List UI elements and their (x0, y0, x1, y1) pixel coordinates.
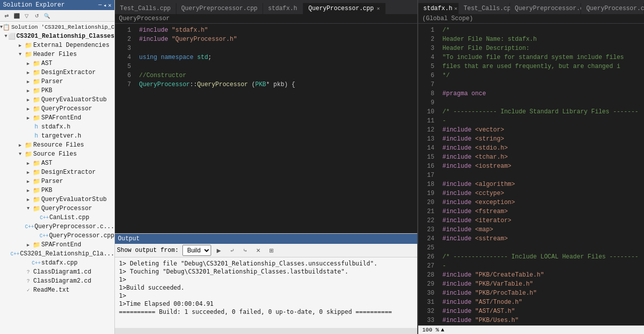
output-scrollbar[interactable] (115, 328, 417, 334)
zoom-arrow-icon[interactable]: ▲ (441, 327, 444, 333)
tree-sf-qes[interactable]: ▶ 📁 QueryEvaluatorStub (0, 195, 114, 204)
project-label: CS3201_Relationship_Classes (17, 33, 114, 40)
sf-pkb-expand: ▶ (24, 188, 32, 193)
se-search-btn[interactable]: 🔍 (42, 11, 51, 20)
folder-icon: 📁 (32, 105, 40, 113)
tree-sf-qp[interactable]: ▼ 📁 QueryProcessor (0, 204, 114, 213)
solution-explorer: Solution Explorer ─ ◂ ✕ ⇄ ⬛ ▽ ↺ 🔍 ▼ 📋 So… (0, 0, 115, 334)
hf-pkb-label: PKB (41, 87, 52, 94)
hf-de-expand: ▶ (24, 70, 32, 76)
sf-parser-label: Parser (41, 178, 63, 185)
tree-sf-cs3201[interactable]: C++ CS3201_Relationship_Cla... (0, 249, 114, 258)
folder-icon: 📁 (32, 78, 40, 86)
right-lines[interactable]: /* Header File Name: stdafx.h Header Fil… (438, 24, 644, 325)
tab-test-calls[interactable]: Test_Calls.cpp (115, 3, 176, 14)
sf-qp-expand: ▼ (24, 206, 32, 211)
se-sync-btn[interactable]: ⇄ (2, 11, 11, 20)
output-btn2[interactable]: ⤶ (226, 245, 237, 256)
right-tab-test-calls[interactable]: Test_Calls.cpp (459, 3, 510, 14)
se-props-btn[interactable]: ⬛ (12, 11, 21, 20)
tree-solution[interactable]: ▼ 📋 Solution 'CS3201_Relationship_Clas..… (0, 23, 114, 32)
tree-sf-parser[interactable]: ▶ 📁 Parser (0, 177, 114, 186)
sf-pkb-label: PKB (41, 187, 52, 194)
se-arrow-icon[interactable]: ◂ (103, 2, 107, 9)
solution-label: Solution 'CS3201_Relationship_Clas... (11, 24, 114, 30)
tree-classdiag2[interactable]: ? ClassDiagram2.cd (0, 277, 114, 286)
tree-hf-spa[interactable]: ▶ 📁 SPAFrontEnd (0, 113, 114, 122)
folder-icon: 📁 (24, 50, 32, 58)
output-source-select[interactable]: Build (182, 245, 211, 256)
tree-sf-pkb[interactable]: ▶ 📁 PKB (0, 186, 114, 195)
sf-cs3201-label: CS3201_Relationship_Cla... (20, 250, 114, 257)
tree-ext-dep[interactable]: ▶ 📁 External Dependencies (0, 41, 114, 50)
tree-source-files[interactable]: ▼ 📁 Source Files (0, 150, 114, 159)
tree-readme[interactable]: ✓ ReadMe.txt (0, 286, 114, 295)
folder-icon: 📁 (24, 150, 32, 158)
tree-hf-de[interactable]: ▶ 📁 DesignExtractor (0, 68, 114, 77)
folder-icon: 📁 (32, 96, 40, 104)
tree-hf-qes[interactable]: ▶ 📁 QueryEvaluatorStub (0, 95, 114, 104)
tree-sf-qp-can[interactable]: C++ CanList.cpp (0, 213, 114, 222)
right-tab-qp[interactable]: QueryProcessor.cpp (581, 3, 644, 14)
tab-close-icon[interactable]: ✕ (377, 6, 380, 12)
tree-hf-stdafx[interactable]: h stdafx.h (0, 122, 114, 131)
file-cpp-icon4: C++ (11, 250, 19, 258)
tree-hf-qp[interactable]: ▶ 📁 QueryProcessor (0, 104, 114, 113)
se-refresh-btn[interactable]: ↺ (32, 11, 41, 20)
tree-sf-spa[interactable]: ▶ 📁 SPAFrontEnd (0, 240, 114, 249)
output-btn5[interactable]: ⊞ (266, 245, 277, 256)
se-filter-btn[interactable]: ▽ (22, 11, 31, 20)
hf-pkb-expand: ▶ (24, 88, 32, 94)
file-h-icon2: h (32, 132, 40, 140)
tree-classdiag1[interactable]: ? ClassDiagram1.cd (0, 268, 114, 277)
file-cpp-icon5: C++ (32, 259, 40, 267)
tab-stdafx-h[interactable]: stdafx.h (263, 3, 303, 14)
tree-sf-ast[interactable]: ▶ 📁 AST (0, 159, 114, 168)
hf-spa-label: SPAFrontEnd (41, 114, 81, 121)
project-expand-icon: ▼ (4, 34, 8, 39)
output-header: Output (115, 234, 417, 244)
sf-qes-expand: ▶ (24, 197, 32, 203)
header-files-label: Header Files (33, 51, 77, 58)
right-breadcrumb-text: (Global Scope) (422, 15, 473, 22)
source-files-label: Source Files (33, 151, 77, 158)
folder-icon: 📁 (32, 114, 40, 122)
tree-sf-qp-qp[interactable]: C++ QueryProcessor.cpp (0, 231, 114, 240)
editor-breadcrumb: QueryProcessor (115, 14, 417, 24)
hf-qes-label: QueryEvaluatorStub (41, 96, 107, 103)
tree-hf-parser[interactable]: ▶ 📁 Parser (0, 77, 114, 86)
right-tab-test-calls-label: Test_Calls.cpp (464, 5, 514, 12)
tree-hf-ast[interactable]: ▶ 📁 AST (0, 59, 114, 68)
se-title: Solution Explorer (3, 2, 65, 9)
folder-icon: 📁 (32, 177, 40, 185)
tree-sf-stdafx[interactable]: C++ stdafx.cpp (0, 258, 114, 268)
right-tab-close-icon[interactable]: ✕ (455, 6, 458, 12)
ext-dep-label: External Dependencies (33, 42, 109, 49)
tree-hf-pkb[interactable]: ▶ 📁 PKB (0, 86, 114, 95)
right-tab-stdafx[interactable]: stdafx.h ✕ (418, 3, 459, 14)
right-tab-qpre[interactable]: QueryPreprocessor.cpp (510, 3, 582, 14)
hf-qp-label: QueryProcessor (41, 105, 92, 112)
sf-ast-label: AST (41, 160, 52, 167)
file-cpp-icon: C++ (40, 214, 48, 222)
tab-qpreprocessor[interactable]: QueryPreprocessor.cpp (176, 3, 263, 14)
editor-lines[interactable]: #include "stdafx.h"#include "QueryProces… (135, 24, 417, 233)
tree-resource-files[interactable]: ▶ 📁 Resource Files (0, 141, 114, 150)
tree-header-files[interactable]: ▼ 📁 Header Files (0, 50, 114, 59)
output-btn1[interactable]: ▶ (213, 245, 224, 256)
file-cpp-icon3: C++ (40, 232, 48, 240)
file-h-icon: h (32, 123, 40, 131)
output-btn4[interactable]: ✕ (252, 245, 264, 256)
se-pin-icon[interactable]: ─ (98, 2, 102, 9)
hf-de-label: DesignExtractor (41, 69, 96, 76)
output-btn3[interactable]: ⤷ (239, 245, 250, 256)
tab-qprocessor-active[interactable]: QueryProcessor.cpp ✕ (303, 3, 385, 14)
se-close-icon[interactable]: ✕ (108, 2, 111, 9)
tree-project[interactable]: ▼ ⬜ CS3201_Relationship_Classes (0, 32, 114, 41)
right-breadcrumb: (Global Scope) (418, 14, 644, 24)
se-tree: ▼ 📋 Solution 'CS3201_Relationship_Clas..… (0, 22, 114, 334)
sf-qp-file-label: QueryProcessor.cpp (49, 232, 114, 239)
tree-sf-qp-qpre[interactable]: C++ QueryPreprocessor.c... (0, 222, 114, 231)
tree-hf-targetver[interactable]: h targetver.h (0, 131, 114, 141)
tree-sf-de[interactable]: ▶ 📁 DesignExtractor (0, 168, 114, 177)
